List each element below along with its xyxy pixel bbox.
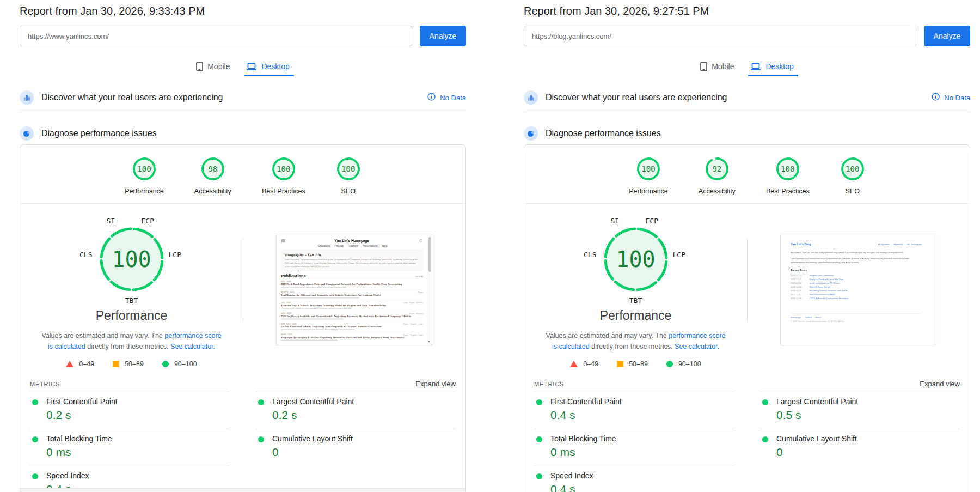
page-screenshot-thumbnail[interactable]: Yan Lin's Blog AI SystemsHomelabML Techn… bbox=[780, 235, 936, 345]
tab-desktop[interactable]: Desktop bbox=[246, 62, 289, 76]
mini-publication-item: KDD · 2026 RIFCN: A Road Impedance Princ… bbox=[281, 279, 423, 290]
category-score[interactable]: 100 Performance bbox=[629, 156, 668, 195]
metric-name: Speed Index bbox=[46, 471, 230, 480]
mini-post-item: 2025-11-14 New Generations of BERT bbox=[791, 293, 922, 296]
mini-pub-venue: TRC · 2025 bbox=[281, 302, 423, 304]
score-value: 98 bbox=[200, 156, 225, 181]
score-value: 100 bbox=[775, 156, 800, 181]
tab-mobile[interactable]: Mobile bbox=[196, 62, 230, 76]
score-ring: 100 bbox=[636, 156, 661, 181]
legend-fail-label: 0–49 bbox=[79, 360, 94, 368]
mini-post-title: MacOS Home Server bbox=[810, 286, 830, 288]
mobile-phone-icon bbox=[196, 62, 203, 71]
mini-bio-card: Biography - Yan Lin I am currently a pos… bbox=[281, 250, 423, 271]
mini-post-title: Replace Cloud with Local File Sync bbox=[810, 278, 844, 281]
screenshot-column: Yan Lin's Blog AI SystemsHomelabML Techn… bbox=[747, 217, 970, 368]
score-value: 100 bbox=[840, 156, 865, 181]
score-ring: 100 bbox=[271, 156, 296, 181]
mini-pub-authors bbox=[281, 340, 338, 341]
metric-value: 0.2 s bbox=[272, 409, 456, 422]
scrollbar-down-arrow[interactable]: ▾ bbox=[428, 339, 430, 344]
mini-intro-1: My name is Yan Lin, and this is my perso… bbox=[791, 251, 914, 254]
calc-link-2[interactable]: See calculator. bbox=[675, 343, 719, 350]
tab-mobile[interactable]: Mobile bbox=[700, 62, 734, 76]
expand-view-link[interactable]: Expand view bbox=[415, 380, 456, 388]
score-label: Best Practices bbox=[262, 187, 305, 195]
mini-pub-venue: arXiv · 2025 bbox=[281, 312, 423, 314]
legend-fail: 0–49 bbox=[66, 360, 94, 368]
analyze-button[interactable]: Analyze bbox=[924, 26, 970, 46]
mini-nav-item: AI Systems bbox=[878, 244, 889, 246]
thumbnail-scrollbar[interactable]: ▾ bbox=[427, 235, 432, 345]
metric-name: Total Blocking Time bbox=[46, 434, 230, 443]
pass-dot-icon bbox=[258, 399, 264, 405]
mini-post-item: 2025-12-12 yt-dlp Downloads as TV Shows bbox=[791, 282, 922, 284]
mini-post-date: 2025-12-06 bbox=[791, 286, 806, 288]
mini-post-date: 2026-01-11 bbox=[791, 278, 806, 281]
mini-pub-tags: Paper · Preprint · Code bbox=[403, 323, 423, 325]
mini-post-title: New Generations of BERT bbox=[810, 293, 835, 296]
category-score[interactable]: 100 Best Practices bbox=[766, 156, 810, 195]
pass-dot-icon bbox=[536, 436, 542, 442]
score-ring: 100 bbox=[775, 156, 800, 181]
category-score[interactable]: 92 Accessibility bbox=[699, 156, 736, 195]
category-score[interactable]: 100 SEO bbox=[840, 156, 865, 195]
device-tabs: Mobile Desktop bbox=[524, 62, 970, 76]
gauge-marker-fcp: FCP bbox=[646, 217, 658, 225]
url-input[interactable] bbox=[524, 26, 916, 46]
report-card: 100 Performance 92 Accessibility bbox=[524, 144, 970, 492]
desktop-laptop-icon bbox=[246, 63, 257, 71]
metric-value: 0 bbox=[272, 446, 456, 459]
report-title: Report from Jan 30, 2026, 9:27:51 PM bbox=[524, 3, 970, 19]
mobile-phone-icon bbox=[700, 62, 707, 71]
tab-mobile-label: Mobile bbox=[207, 62, 230, 71]
mini-pub-title: UVTM: Universal Vehicle Trajectory Model… bbox=[281, 325, 423, 328]
page-screenshot-thumbnail[interactable]: Yan Lin's Homepage PublicationsProjectsT… bbox=[276, 235, 432, 345]
no-data-link[interactable]: No Data bbox=[427, 93, 466, 102]
score-legend: 0–49 50–89 90–100 bbox=[66, 360, 197, 368]
mini-pub-venue: IEEE TKDE · 2025 bbox=[281, 323, 423, 325]
mini-post-list: 2026-01-20 Modern Unix Commands 2026-01-… bbox=[791, 274, 922, 300]
performance-gauge: SI FCP LCP CLS TBT 100 bbox=[560, 217, 712, 304]
mini-post-title: yt-dlp Downloads as TV Shows bbox=[810, 282, 840, 284]
gauge-marker-tbt: TBT bbox=[125, 296, 138, 305]
category-score[interactable]: 98 Accessibility bbox=[194, 156, 231, 195]
metrics-column-left: First Contentful Paint 0.4 s Total Block… bbox=[534, 392, 734, 492]
calc-link-2[interactable]: See calculator. bbox=[170, 343, 215, 350]
score-label: SEO bbox=[341, 187, 356, 195]
mini-bio-heading: Biography - Yan Lin bbox=[285, 253, 419, 257]
metrics-header-row: METRICS Expand view bbox=[20, 379, 465, 388]
average-square-icon bbox=[617, 361, 623, 367]
score-disclaimer: Values are estimated and may vary. The p… bbox=[39, 330, 224, 352]
score-label: Performance bbox=[125, 187, 164, 195]
mini-post-date: 2025-12-12 bbox=[791, 282, 806, 284]
analyze-button[interactable]: Analyze bbox=[420, 26, 466, 46]
gauge-marker-si: SI bbox=[107, 217, 115, 225]
url-row: Analyze bbox=[524, 26, 970, 46]
category-score[interactable]: 100 Performance bbox=[125, 156, 164, 195]
mini-pub-title: TransferTraj: A Vehicle Trajectory Learn… bbox=[281, 304, 423, 307]
url-row: Analyze bbox=[20, 26, 466, 46]
tab-desktop-label: Desktop bbox=[261, 62, 289, 71]
mini-bio-text: I am currently a postdoctoral researcher… bbox=[285, 258, 419, 269]
no-data-link[interactable]: No Data bbox=[932, 93, 970, 102]
mini-pub-tags: Paper bbox=[418, 291, 423, 294]
category-score[interactable]: 100 Best Practices bbox=[262, 156, 305, 195]
scrollbar-thumb[interactable] bbox=[428, 237, 431, 272]
expand-view-link[interactable]: Expand view bbox=[920, 380, 960, 388]
score-label: SEO bbox=[846, 187, 860, 195]
info-icon bbox=[427, 93, 436, 102]
url-input[interactable] bbox=[20, 26, 412, 46]
tab-desktop[interactable]: Desktop bbox=[750, 62, 793, 76]
disclaimer-text: Values are estimated and may vary. The bbox=[41, 332, 164, 339]
metric-row: Largest Contentful Paint 0.5 s bbox=[760, 392, 960, 429]
gauge-marker-cls: CLS bbox=[79, 251, 92, 259]
device-tabs: Mobile Desktop bbox=[20, 62, 466, 76]
score-ring: 92 bbox=[705, 156, 730, 181]
no-data-label: No Data bbox=[440, 94, 466, 102]
pass-dot-icon bbox=[32, 436, 38, 442]
mini-publications-heading: Publications bbox=[281, 274, 305, 278]
category-score[interactable]: 100 SEO bbox=[336, 156, 361, 195]
real-users-icon bbox=[20, 90, 34, 105]
mini-intro-2: I am a postdoctoral researcher in the De… bbox=[791, 257, 914, 264]
